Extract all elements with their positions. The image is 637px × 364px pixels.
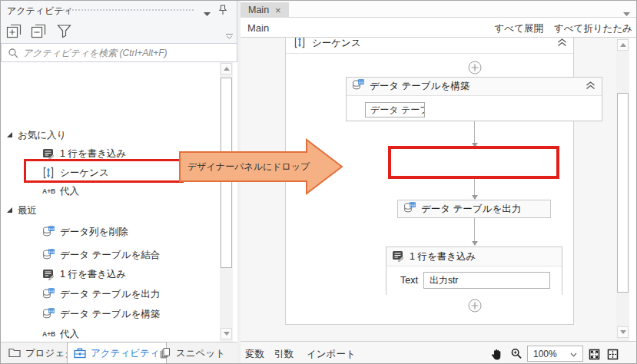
datatable-button[interactable]: データ テーブル... — [365, 102, 425, 117]
tree-scrollbar[interactable] — [220, 62, 233, 342]
tree-item-build-datatable[interactable]: データ テーブルを構築 — [1, 306, 219, 323]
activity-title: データ テーブルを構築 — [370, 80, 469, 93]
connector-line — [474, 121, 475, 143]
tree-item-label: データ テーブルを構築 — [60, 308, 160, 321]
pan-hand-icon[interactable] — [489, 347, 503, 361]
breadcrumb[interactable]: Main — [247, 22, 269, 34]
datatable-icon — [42, 226, 55, 238]
add-activity-icon[interactable] — [468, 299, 482, 313]
activity-output-datatable[interactable]: データ テーブルを出力 — [397, 200, 551, 218]
expand-all-icon[interactable] — [5, 22, 23, 39]
activity-write-line[interactable]: 1 行を書き込み Text 出力str — [386, 247, 562, 295]
tree-item-output-datatable[interactable]: データ テーブルを出力 — [1, 286, 219, 303]
activities-panel-header[interactable]: アクティビティ — [1, 1, 237, 19]
activities-icon — [74, 347, 86, 361]
write-line-icon — [42, 268, 55, 280]
tab-snippets[interactable]: スニペット — [153, 342, 231, 364]
scroll-down-icon[interactable] — [617, 326, 629, 338]
tab-main-document[interactable]: Main × — [241, 2, 289, 18]
center-view-icon[interactable] — [605, 347, 619, 361]
tree-item-label: 代入 — [60, 185, 79, 198]
activity-header[interactable]: 1 行を書き込み — [387, 247, 562, 266]
left-panel-tab-bar: プロジェクト アクティビティ スニペット — [1, 342, 237, 364]
fit-to-screen-icon[interactable] — [587, 347, 601, 361]
connector-arrowhead — [472, 241, 478, 246]
search-icon — [8, 48, 18, 58]
search-input[interactable] — [23, 48, 237, 58]
text-expression-input[interactable]: 出力str — [423, 272, 550, 289]
assign-icon: A+B — [42, 330, 55, 338]
filter-icon[interactable] — [55, 22, 73, 39]
scrollbar-thumb[interactable] — [617, 93, 629, 293]
activity-title: 1 行を書き込み — [410, 250, 476, 263]
tab-list-chevron-icon[interactable] — [623, 8, 630, 18]
folder-icon — [8, 347, 21, 360]
activity-header[interactable]: データ テーブルを構築 — [347, 78, 602, 96]
activities-toolbar — [1, 19, 237, 43]
sequence-icon — [294, 38, 306, 51]
highlight-box-dropped-activity — [388, 146, 559, 179]
tree-item-write-line-recent[interactable]: 1 行を書き込み — [1, 266, 219, 283]
sequence-header[interactable]: シーケンス — [286, 38, 573, 54]
activity-build-datatable[interactable]: データ テーブルを構築 データ テーブル... — [346, 77, 602, 121]
collapse-chevron-icon[interactable] — [586, 81, 596, 92]
collapse-chevron-icon[interactable] — [557, 38, 567, 49]
imports-button[interactable]: インポート — [307, 348, 356, 361]
collapse-all-icon[interactable] — [29, 22, 48, 39]
expand-all-link[interactable]: すべて展開 — [495, 22, 543, 35]
highlight-box-tree-item — [24, 159, 184, 183]
pin-icon[interactable] — [218, 5, 227, 18]
activity-title: データ テーブルを出力 — [421, 203, 521, 216]
document-tab-bar: Main × — [241, 1, 637, 18]
scroll-up-icon[interactable] — [221, 63, 232, 74]
connector-line — [474, 218, 475, 241]
scroll-down-icon[interactable] — [221, 328, 232, 339]
zoom-magnifier-icon[interactable] — [509, 347, 523, 361]
connector-line — [474, 179, 475, 195]
datatable-icon — [352, 79, 364, 94]
tree-group-label: お気に入り — [18, 129, 66, 142]
write-line-icon — [392, 250, 404, 264]
close-icon[interactable]: × — [275, 5, 281, 16]
add-activity-icon[interactable] — [468, 61, 482, 74]
tree-item-join-datatable[interactable]: データ テーブルを結合 — [1, 247, 219, 263]
scroll-up-icon[interactable] — [617, 39, 629, 51]
app-window: アクティビティ — [0, 0, 637, 364]
tab-label: スニペット — [176, 347, 225, 360]
toolbar-overflow-icon[interactable] — [225, 31, 234, 42]
variables-button[interactable]: 変数 — [245, 348, 264, 361]
tree-group-recent[interactable]: 最近 — [1, 202, 219, 219]
tree-item-label: 1 行を書き込み — [60, 147, 126, 160]
tree-item-label: データ列を削除 — [60, 226, 128, 239]
datatable-icon — [42, 308, 55, 320]
datatable-icon — [42, 288, 55, 300]
assign-icon: A+B — [42, 187, 55, 195]
zoom-level-select[interactable]: 100% — [527, 346, 583, 362]
tree-item-remove-data-column[interactable]: データ列を削除 — [1, 223, 219, 240]
tab-label: アクティビティ — [91, 347, 160, 360]
chevron-down-icon — [570, 349, 577, 359]
canvas-scrollbar[interactable] — [616, 38, 629, 341]
tree-item-assign-recent[interactable]: A+B 代入 — [1, 326, 219, 342]
panel-menu-chevron-icon[interactable] — [204, 8, 211, 18]
drop-annotation-label: デザイナーパネルにドロップ — [187, 152, 304, 182]
tab-activities[interactable]: アクティビティ — [67, 342, 167, 364]
expander-triangle-icon[interactable] — [6, 205, 17, 216]
document-tab-label: Main — [248, 5, 269, 15]
expander-triangle-icon[interactable] — [6, 130, 17, 141]
zoom-level-value: 100% — [533, 349, 557, 359]
text-field-label: Text — [400, 275, 418, 286]
datatable-icon — [403, 202, 416, 217]
activities-tree: お気に入り 1 行を書き込み シーケンス A+B 代入 最近 データ列を削除 — [1, 62, 237, 342]
designer-status-bar: 変数 引数 インポート 100% — [241, 341, 637, 364]
collapse-all-link[interactable]: すべて折りたたみ — [554, 22, 632, 35]
arguments-button[interactable]: 引数 — [274, 348, 294, 361]
tree-item-label: 代入 — [60, 328, 79, 341]
designer-breadcrumb-bar: Main すべて展開 すべて折りたたみ — [241, 18, 637, 38]
write-line-icon — [42, 147, 55, 160]
tree-item-label: データ テーブルを出力 — [60, 288, 160, 301]
panel-drag-grip[interactable] — [62, 8, 194, 12]
tree-group-label: 最近 — [18, 204, 37, 217]
datatable-icon — [42, 249, 55, 261]
search-box — [1, 43, 237, 62]
